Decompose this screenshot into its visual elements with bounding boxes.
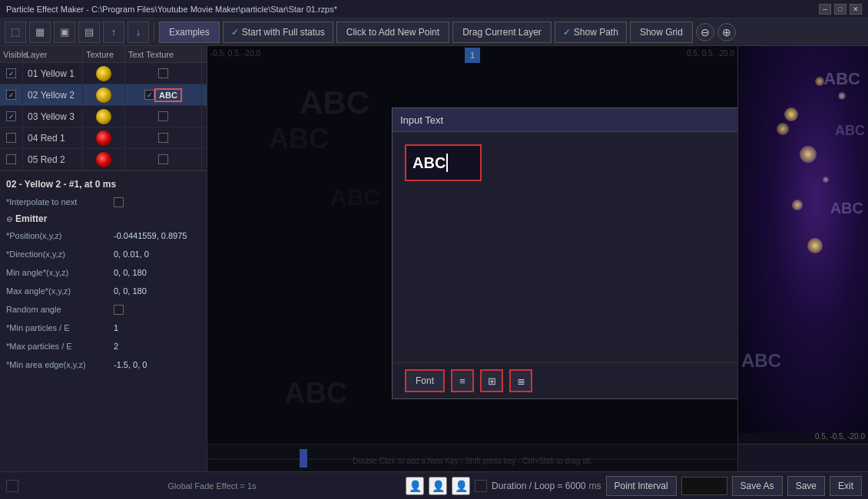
layer-text-texture-03[interactable] bbox=[125, 106, 202, 127]
save-as-button[interactable]: Save As bbox=[732, 476, 783, 496]
header-text-texture: Text Texture bbox=[125, 46, 202, 62]
title-bar: Particle Effect Maker - C:\Program Files… bbox=[0, 0, 868, 18]
drag-layer-button[interactable]: Drag Current Layer bbox=[452, 21, 552, 43]
layer-table-header: Visible Layer Texture Text Texture bbox=[0, 46, 207, 63]
person3-button[interactable]: 👤 bbox=[452, 477, 470, 495]
layer-visible-05[interactable] bbox=[0, 149, 23, 170]
random-angle-label: Random angle bbox=[6, 305, 114, 314]
emitter-section-header[interactable]: ⊖ Emitter bbox=[0, 211, 207, 226]
layer-visible-01[interactable] bbox=[0, 63, 23, 84]
right-timeline[interactable] bbox=[738, 444, 868, 471]
visible-checkbox-03[interactable] bbox=[6, 111, 16, 121]
particle-7 bbox=[792, 200, 803, 210]
right-preview-panel: 3000 ms ABC ABC ABC ABC 0.5, -0.5, -20.0 bbox=[737, 46, 868, 471]
particle-4 bbox=[838, 92, 846, 100]
toolbar-icon-2[interactable]: ▦ bbox=[29, 21, 51, 43]
texture-dot-03 bbox=[96, 109, 111, 124]
interpolate-row: *Interpolate to next bbox=[0, 193, 207, 211]
toolbar-icon-1[interactable]: ⬚ bbox=[5, 21, 26, 43]
text-cursor bbox=[446, 154, 448, 172]
align-left-button[interactable]: ≡ bbox=[451, 369, 474, 392]
max-particles-label: *Max particles / E bbox=[6, 342, 114, 351]
toolbar-icon-4[interactable]: ▤ bbox=[78, 21, 100, 43]
random-angle-checkbox[interactable] bbox=[114, 305, 124, 315]
point-interval-button[interactable]: Point Interval bbox=[606, 476, 677, 496]
plus-button[interactable]: ⊕ bbox=[717, 23, 736, 41]
show-grid-button[interactable]: Show Grid bbox=[630, 21, 693, 43]
save-button[interactable]: Save bbox=[787, 476, 825, 496]
prop-position: *Position(x,y,z) -0.0441559, 0.8975 bbox=[0, 226, 207, 245]
align-right-button[interactable]: ≣ bbox=[509, 369, 532, 392]
toolbar: ⬚ ▦ ▣ ▤ ↑ ↓ Examples ✓ Start with Full s… bbox=[0, 18, 868, 46]
text-texture-checkbox-05[interactable] bbox=[158, 154, 168, 164]
text-texture-checkbox-01[interactable] bbox=[158, 68, 168, 78]
text-texture-checkbox-04[interactable] bbox=[158, 133, 168, 143]
min-angle-label: Min angle*(x,y,z) bbox=[6, 268, 114, 277]
center-canvas[interactable]: -0.5, 0.5, -20.0 0.5, 0.5, -20.0 1 ABC A… bbox=[207, 46, 737, 471]
layer-row-03[interactable]: 03 Yellow 3 bbox=[0, 106, 207, 127]
left-panel: Visible Layer Texture Text Texture 01 bbox=[0, 46, 207, 471]
point-interval-value[interactable] bbox=[681, 477, 727, 495]
check-icon: ✓ bbox=[231, 27, 239, 38]
layer-text-texture-05[interactable] bbox=[125, 149, 202, 170]
layer-text-texture-02[interactable]: ABC bbox=[125, 84, 202, 105]
visible-checkbox-02[interactable] bbox=[6, 90, 16, 100]
examples-button[interactable]: Examples bbox=[159, 21, 220, 43]
particle-1 bbox=[784, 107, 798, 121]
min-particles-label: *Min particles / E bbox=[6, 323, 114, 332]
layer-row-02[interactable]: 02 Yellow 2 ABC bbox=[0, 84, 207, 106]
interpolate-checkbox[interactable] bbox=[114, 197, 124, 207]
coord-bottom-right: 0.5, -0.5, -20.0 bbox=[815, 432, 865, 441]
add-point-button[interactable]: Click to Add New Point bbox=[336, 21, 449, 43]
layer-visible-03[interactable] bbox=[0, 106, 23, 127]
toolbar-arrow-up[interactable]: ↑ bbox=[103, 21, 124, 43]
modal-text-input[interactable]: ABC bbox=[405, 144, 482, 181]
visible-checkbox-04[interactable] bbox=[6, 133, 16, 143]
properties-panel: 02 - Yellow 2 - #1, at 0 ms *Interpolate… bbox=[0, 171, 207, 471]
properties-section-title: 02 - Yellow 2 - #1, at 0 ms bbox=[0, 176, 207, 193]
text-texture-checkbox-02[interactable] bbox=[144, 90, 154, 100]
minus-button[interactable]: ⊖ bbox=[696, 23, 714, 41]
position-label: *Position(x,y,z) bbox=[6, 231, 114, 240]
minimize-button[interactable]: ─ bbox=[819, 4, 831, 15]
particle-3 bbox=[800, 146, 817, 163]
layer-texture-01 bbox=[83, 63, 125, 84]
text-texture-checkbox-03[interactable] bbox=[158, 111, 168, 121]
font-button[interactable]: Font bbox=[405, 369, 445, 392]
start-full-status-button[interactable]: ✓ Start with Full status bbox=[223, 21, 333, 43]
layer-texture-02 bbox=[83, 84, 125, 105]
layer-row-04[interactable]: 04 Red 1 bbox=[0, 127, 207, 149]
person2-button[interactable]: 👤 bbox=[429, 477, 447, 495]
min-area-edge-label: *Min area edge(x,y,z) bbox=[6, 360, 114, 369]
particle-8 bbox=[807, 238, 823, 253]
visible-checkbox-05[interactable] bbox=[6, 154, 16, 164]
modal-text-value: ABC bbox=[412, 154, 446, 172]
show-path-check-icon: ✓ bbox=[563, 27, 571, 38]
texture-dot-02 bbox=[96, 88, 111, 103]
layer-visible-02[interactable] bbox=[0, 84, 23, 105]
layer-text-texture-01[interactable] bbox=[125, 63, 202, 84]
show-path-button[interactable]: ✓ Show Path bbox=[555, 21, 627, 43]
toolbar-arrow-down[interactable]: ↓ bbox=[128, 21, 149, 43]
min-area-edge-value: -1.5, 0, 0 bbox=[114, 360, 147, 369]
status-checkbox[interactable] bbox=[475, 480, 487, 492]
texture-dot-05 bbox=[96, 152, 111, 167]
duration-label: Duration / Loop = 6000 bbox=[492, 481, 585, 491]
layer-row-01[interactable]: 01 Yellow 1 bbox=[0, 63, 207, 84]
preview-abc-3: ABC bbox=[830, 200, 863, 217]
layer-name-04: 04 Red 1 bbox=[23, 127, 83, 148]
prop-direction: *Direction(x,y,z) 0, 0.01, 0 bbox=[0, 245, 207, 263]
person1-button[interactable]: 👤 bbox=[406, 477, 424, 495]
header-visible: Visible bbox=[0, 46, 23, 62]
direction-value: 0, 0.01, 0 bbox=[114, 250, 149, 259]
visible-checkbox-01[interactable] bbox=[6, 68, 16, 78]
global-fade-text: Global Fade Effect = 1s bbox=[23, 481, 401, 491]
layer-row-05[interactable]: 05 Red 2 bbox=[0, 149, 207, 170]
toolbar-icon-3[interactable]: ▣ bbox=[54, 21, 75, 43]
layer-text-texture-04[interactable] bbox=[125, 127, 202, 148]
maximize-button[interactable]: □ bbox=[834, 4, 846, 15]
close-button[interactable]: ✕ bbox=[850, 4, 862, 15]
exit-button[interactable]: Exit bbox=[830, 476, 862, 496]
layer-visible-04[interactable] bbox=[0, 127, 23, 148]
align-center-button[interactable]: ⊞ bbox=[480, 369, 503, 392]
